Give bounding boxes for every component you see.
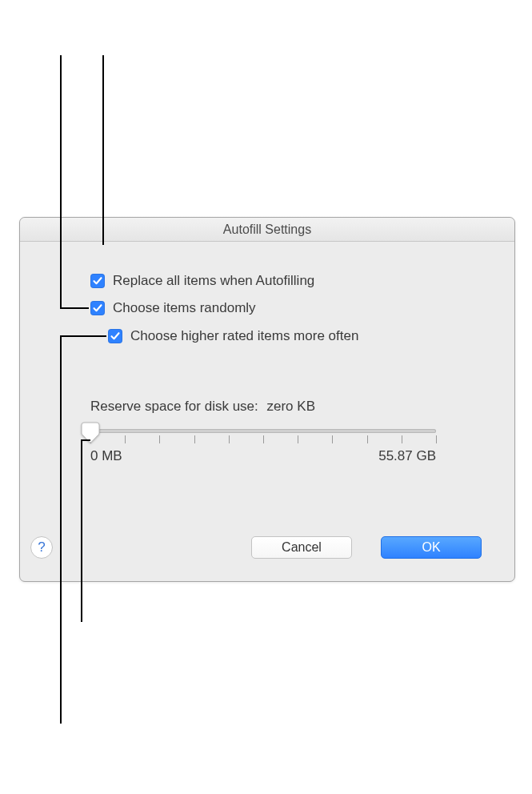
reserve-label: Reserve space for disk use:	[90, 399, 258, 414]
help-button[interactable]: ?	[30, 536, 53, 559]
callout-line	[102, 55, 104, 245]
checkmark-icon	[110, 331, 120, 341]
callout-line	[81, 439, 90, 441]
slider-tick	[367, 435, 368, 443]
callout-line	[60, 55, 62, 307]
checkbox-replace[interactable]	[90, 274, 105, 288]
slider-tick	[159, 435, 160, 443]
checkmark-icon	[93, 276, 102, 286]
slider-track	[90, 429, 436, 433]
checkbox-random[interactable]	[90, 301, 105, 315]
autofill-settings-dialog: Autofill Settings Replace all items when…	[19, 217, 515, 582]
reserve-value: zero KB	[267, 399, 315, 415]
checkbox-row-higher: Choose higher rated items more often	[108, 327, 358, 345]
slider-tick	[194, 435, 195, 443]
ok-button[interactable]: OK	[381, 536, 482, 559]
checkbox-row-random: Choose items randomly	[90, 299, 256, 317]
dialog-title: Autofill Settings	[20, 218, 514, 242]
checkmark-icon	[93, 303, 102, 313]
cancel-button[interactable]: Cancel	[251, 536, 352, 559]
reserve-label-line: Reserve space for disk use: zero KB	[90, 399, 315, 415]
slider-tick	[125, 435, 126, 443]
checkbox-label-random: Choose items randomly	[113, 300, 256, 316]
slider-range-min: 0 MB	[90, 448, 122, 464]
reserve-slider[interactable]: 0 MB 55.87 GB	[90, 424, 436, 460]
callout-line	[60, 335, 62, 724]
callout-line	[81, 439, 82, 622]
slider-tick	[298, 435, 298, 443]
slider-tick	[229, 435, 230, 443]
slider-tick	[332, 435, 333, 443]
slider-range-max: 55.87 GB	[378, 448, 436, 464]
checkbox-label-higher: Choose higher rated items more often	[130, 328, 358, 344]
slider-tick	[436, 435, 437, 443]
slider-tick	[402, 435, 402, 443]
checkbox-higher-rated[interactable]	[108, 329, 122, 343]
callout-line	[60, 307, 89, 309]
slider-tick	[263, 435, 264, 443]
checkbox-row-replace: Replace all items when Autofilling	[90, 272, 314, 290]
checkbox-label-replace: Replace all items when Autofilling	[113, 273, 314, 289]
callout-line	[60, 335, 106, 337]
